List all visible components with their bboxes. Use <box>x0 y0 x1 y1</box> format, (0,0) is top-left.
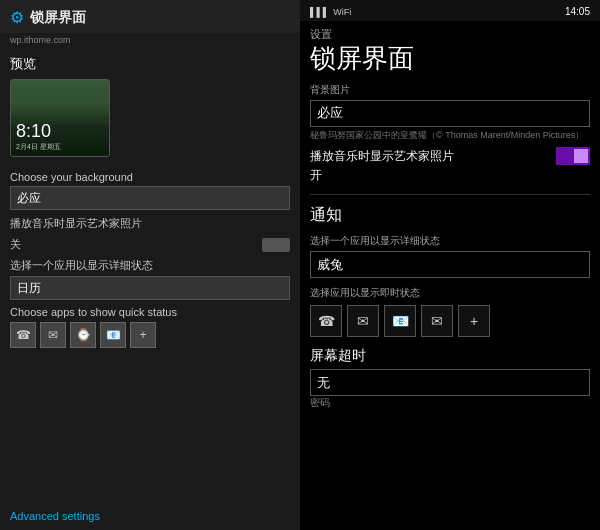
right-content: 设置 锁屏界面 背景图片 秘鲁玛努国家公园中的皇鹭獾（© Thomas Mare… <box>300 21 600 530</box>
preview-time: 8:10 <box>16 121 104 142</box>
right-header: ▌▌▌ WiFi 14:05 <box>300 0 600 21</box>
preview-label: 预览 <box>10 55 290 73</box>
signal-icon: ▌▌▌ <box>310 7 329 17</box>
right-quick-icon-2[interactable]: 📧 <box>384 305 416 337</box>
quick-icon-0[interactable]: ☎ <box>10 322 36 348</box>
right-quick-icon-4[interactable]: + <box>458 305 490 337</box>
toggle-knob <box>574 149 588 163</box>
right-time: 14:05 <box>565 6 590 17</box>
background-input[interactable] <box>10 186 290 210</box>
timeout-section-label: 屏幕超时 <box>310 347 590 365</box>
right-detail-label: 选择一个应用以显示详细状态 <box>310 234 590 248</box>
preview-phone: 8:10 2月4日 星期五 <box>10 79 110 157</box>
background-label: Choose your background <box>10 171 290 183</box>
right-music-label: 播放音乐时显示艺术家照片 <box>310 148 454 165</box>
timeout-input[interactable] <box>310 369 590 396</box>
right-detail-input[interactable] <box>310 251 590 278</box>
music-value: 关 <box>10 237 21 252</box>
right-music-row: 播放音乐时显示艺术家照片 <box>310 147 590 165</box>
music-value-row: 关 <box>10 237 290 252</box>
password-label: 密码 <box>310 396 590 410</box>
left-header: ⚙ 锁屏界面 <box>0 0 300 33</box>
quick-icon-3[interactable]: 📧 <box>100 322 126 348</box>
quick-icon-4[interactable]: + <box>130 322 156 348</box>
status-bar: ▌▌▌ WiFi <box>310 7 351 17</box>
right-quick-icon-3[interactable]: ✉ <box>421 305 453 337</box>
right-panel: ▌▌▌ WiFi 14:05 设置 锁屏界面 背景图片 秘鲁玛努国家公园中的皇鹭… <box>300 0 600 530</box>
left-header-title: 锁屏界面 <box>30 9 86 27</box>
left-form-section: Choose your background 播放音乐时显示艺术家照片 关 选择… <box>0 161 300 504</box>
preview-date: 2月4日 星期五 <box>16 142 104 152</box>
page-title: 锁屏界面 <box>310 44 590 73</box>
settings-small-label: 设置 <box>310 27 590 42</box>
preview-section: 预览 8:10 2月4日 星期五 <box>0 47 300 161</box>
app-input[interactable] <box>10 276 290 300</box>
watermark: wp.ithome.com <box>0 33 300 47</box>
advanced-settings-link[interactable]: Advanced settings <box>0 504 300 530</box>
wifi-icon: WiFi <box>333 7 351 17</box>
right-music-switch[interactable] <box>556 147 590 165</box>
right-quick-icon-0[interactable]: ☎ <box>310 305 342 337</box>
quick-status-row: ☎ ✉ ⌚ 📧 + <box>10 322 290 348</box>
quick-icon-1[interactable]: ✉ <box>40 322 66 348</box>
right-quick-label: 选择应用以显示即时状态 <box>310 286 590 300</box>
notification-title: 通知 <box>310 205 590 226</box>
right-bg-caption: 秘鲁玛努国家公园中的皇鹭獾（© Thomas Marent/Minden Pic… <box>310 130 590 142</box>
app-label: 选择一个应用以显示详细状态 <box>10 258 290 273</box>
quick-status-label: Choose apps to show quick status <box>10 306 290 318</box>
music-toggle-switch[interactable] <box>262 238 290 252</box>
left-panel: ⚙ 锁屏界面 wp.ithome.com 预览 8:10 2月4日 星期五 Ch… <box>0 0 300 530</box>
music-label: 播放音乐时显示艺术家照片 <box>10 216 142 231</box>
right-music-value: 开 <box>310 167 590 184</box>
right-bg-label: 背景图片 <box>310 83 590 97</box>
gear-icon: ⚙ <box>10 8 24 27</box>
right-quick-icon-1[interactable]: ✉ <box>347 305 379 337</box>
right-bg-input[interactable] <box>310 100 590 127</box>
quick-icon-2[interactable]: ⌚ <box>70 322 96 348</box>
divider-1 <box>310 194 590 195</box>
music-toggle-row: 播放音乐时显示艺术家照片 <box>10 216 290 231</box>
right-quick-icons-row: ☎ ✉ 📧 ✉ + <box>310 305 590 337</box>
